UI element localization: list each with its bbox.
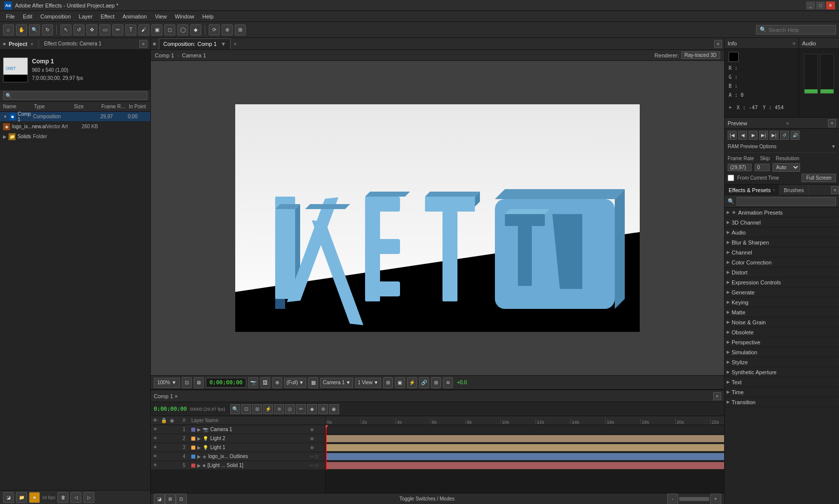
track-4-segment[interactable] [326, 453, 724, 460]
region-of-interest-btn[interactable]: ⊠ [194, 377, 204, 388]
fast-preview-btn[interactable]: ⚡ [407, 377, 417, 388]
snapshot-btn[interactable]: 📷 [248, 377, 258, 388]
zoom-ctrl[interactable]: 100% ▼ [154, 378, 180, 388]
tool-brush[interactable]: 🖌 [138, 24, 149, 35]
menu-file[interactable]: File [2, 12, 19, 20]
layer-3-solo[interactable] [169, 445, 178, 451]
effects-presets-tab[interactable]: Effects & Presets × [725, 185, 780, 196]
tool-text[interactable]: T [125, 24, 136, 35]
tl-new-comp-btn[interactable]: ◪ [154, 494, 165, 504]
timeline-zoom-slider[interactable] [679, 497, 709, 501]
layer-4-lock[interactable] [160, 454, 169, 460]
tool-rotate[interactable]: ↻ [42, 24, 53, 35]
tl-flow-btn[interactable]: ⊕ [318, 404, 328, 414]
view-dropdown[interactable]: 1 View ▼ [355, 378, 381, 388]
loop-btn[interactable]: ↺ [780, 131, 789, 140]
transparency-btn[interactable]: ▩ [308, 377, 318, 388]
layer-4-eye[interactable]: 👁 [151, 454, 160, 460]
layer-2-eye[interactable]: 👁 [151, 436, 160, 442]
effect-transition[interactable]: ▶ Transition [725, 397, 839, 407]
layer-4-expand[interactable]: ▶ [197, 454, 201, 459]
toggle-switches-modes[interactable]: Toggle Switches / Modes [400, 496, 455, 502]
timeline-menu-btn[interactable]: ≡ [713, 392, 721, 400]
arrow-left-btn[interactable]: ◁ [70, 492, 81, 503]
tl-adj-btn[interactable]: ◎ [285, 404, 295, 414]
layer-row-5[interactable]: 👁 5 ▶ ■ [Light ... Solid 1] ✏ ⊡ [151, 461, 325, 470]
zoom-in-timeline[interactable]: + [710, 494, 721, 504]
layer-row-1[interactable]: 👁 1 ▶ 📷 Camera 1 ⊕ [151, 425, 325, 434]
effects-menu-btn[interactable]: ≡ [831, 186, 839, 194]
show-channel-btn[interactable]: ⊕ [272, 377, 282, 388]
framerate-input[interactable] [728, 164, 752, 171]
close-button[interactable]: ✕ [826, 1, 835, 9]
effect-synthetic-aperture[interactable]: ▶ Synthetic Aperture [725, 367, 839, 377]
render-preview-btn[interactable]: ▣ [395, 377, 405, 388]
layer-4-mask[interactable]: ⊡ [315, 454, 319, 459]
preview-menu-btn[interactable]: ≡ [828, 119, 836, 127]
skip-input[interactable] [755, 164, 770, 171]
layer-1-expand[interactable]: ▶ [197, 427, 201, 432]
audio-tab[interactable]: Audio [802, 40, 816, 46]
effect-noise-grain[interactable]: ▶ Noise & Grain [725, 317, 839, 327]
menu-effect[interactable]: Effect [96, 12, 118, 20]
effects-tab-close[interactable]: × [773, 188, 775, 193]
effect-animation-presets[interactable]: ▶ ★ Animation Presets [725, 208, 839, 218]
effect-blur-sharpen[interactable]: ▶ Blur & Sharpen [725, 238, 839, 248]
layer-row-2[interactable]: 👁 2 ▶ 💡 Light 2 ⊕ [151, 434, 325, 443]
tool-pen[interactable]: ✏ [112, 24, 123, 35]
project-item-logo[interactable]: ◈ logo_ix...new.ai Vector Art 260 KB [0, 122, 150, 132]
effect-matte[interactable]: ▶ Matte [725, 307, 839, 317]
preview-close-btn[interactable]: × [786, 120, 789, 126]
effect-time[interactable]: ▶ Time [725, 387, 839, 397]
effect-3d-channel[interactable]: ▶ 3D Channel [725, 218, 839, 228]
layer-5-expand[interactable]: ▶ [197, 463, 201, 468]
play-stop-btn[interactable]: ▶ [749, 131, 758, 140]
search-input[interactable] [769, 27, 833, 33]
layer-2-expand[interactable]: ▶ [197, 436, 201, 441]
brushes-tab[interactable]: Brushes [780, 185, 808, 196]
tool-eraser[interactable]: ◻ [164, 24, 175, 35]
layer-1-solo[interactable] [169, 427, 178, 433]
arrow-right-btn[interactable]: ▷ [83, 492, 94, 503]
layer-5-eye[interactable]: 👁 [151, 463, 160, 469]
layer-2-solo[interactable] [169, 436, 178, 442]
minimize-button[interactable]: _ [806, 1, 815, 9]
effect-audio[interactable]: ▶ Audio [725, 228, 839, 238]
effects-search-input[interactable] [737, 197, 836, 206]
go-to-start-btn[interactable]: |◀ [728, 131, 737, 140]
effect-distort[interactable]: ▶ Distort [725, 267, 839, 277]
viewport-timecode[interactable]: 0;00;00;00 [206, 378, 246, 388]
tool-home[interactable]: ⌂ [3, 24, 14, 35]
quality-dropdown[interactable]: (Full) ▼ [284, 378, 307, 388]
menu-animation[interactable]: Animation [118, 12, 151, 20]
go-to-end-btn[interactable]: ▶| [770, 131, 779, 140]
track-2-segment[interactable] [326, 435, 724, 442]
tool-rotate2[interactable]: ↺ [73, 24, 84, 35]
tool-rect[interactable]: ▭ [99, 24, 110, 35]
info-close-btn[interactable]: × [793, 40, 796, 46]
tool-3d-rotation[interactable]: ⟳ [209, 24, 220, 35]
preview-tab[interactable]: Preview [728, 120, 747, 126]
effect-perspective[interactable]: ▶ Perspective [725, 337, 839, 347]
tool-pan-behind[interactable]: ⊞ [235, 24, 246, 35]
motion-blur-btn[interactable]: ≋ [443, 377, 453, 388]
menu-help[interactable]: Help [198, 12, 218, 20]
tl-expand-btn[interactable]: ⊞ [252, 404, 262, 414]
layer-5-solo[interactable] [169, 463, 178, 469]
tool-stamp[interactable]: ▣ [151, 24, 162, 35]
effect-text[interactable]: ▶ Text [725, 377, 839, 387]
project-search-input[interactable] [3, 91, 147, 100]
grid-btn[interactable]: ⊞ [431, 377, 441, 388]
tl-motion-blur-btn[interactable]: ≋ [274, 404, 284, 414]
comp-tab-main[interactable]: Composition: Comp 1 ▼ [159, 38, 231, 49]
menu-layer[interactable]: Layer [75, 12, 97, 20]
info-tab[interactable]: Info [728, 40, 737, 46]
layer-4-solo[interactable] [169, 454, 178, 460]
layer-3-eye[interactable]: 👁 [151, 445, 160, 451]
tl-in-out-btn[interactable]: ⊡ [241, 404, 251, 414]
tl-search-btn[interactable]: 🔍 [230, 404, 240, 414]
effect-channel[interactable]: ▶ Channel [725, 248, 839, 257]
effect-stylize[interactable]: ▶ Stylize [725, 357, 839, 367]
project-item-comp1[interactable]: ▼ ■ Comp 1 Composition 29,97 0;00 [0, 112, 150, 122]
step-back-btn[interactable]: ◀ [738, 131, 747, 140]
